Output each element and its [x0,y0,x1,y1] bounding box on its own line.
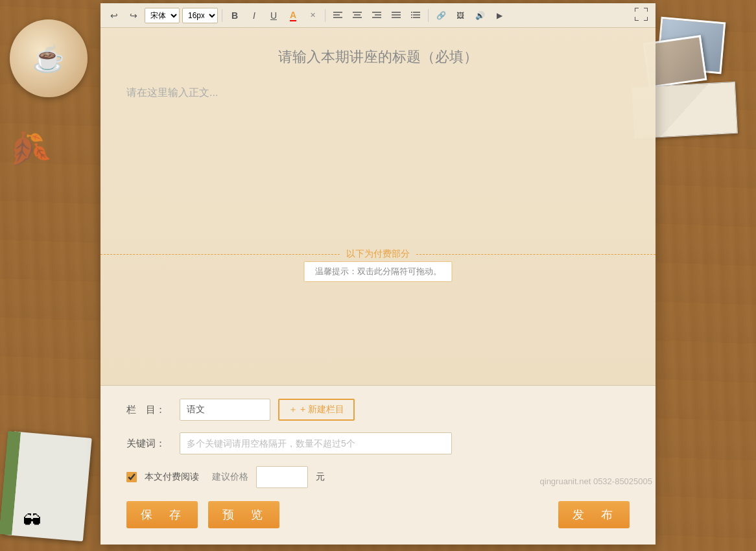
audio-icon: 🔊 [475,11,485,20]
body-placeholder: 请在这里输入正文... [126,86,630,100]
font-color-icon: A [290,10,296,21]
toolbar: ↩ ↪ 宋体 16px B I U A ✕ [100,3,656,28]
add-category-label: + 新建栏目 [300,404,344,416]
underline-button[interactable]: U [265,7,282,24]
image-button[interactable]: 🖼 [452,7,469,24]
paid-divider: 以下为付费部分 [100,248,656,260]
preview-button[interactable]: 预 览 [208,501,279,528]
title-placeholder: 请输入本期讲座的标题（必填） [278,49,478,65]
link-icon: 🔗 [436,11,446,20]
bold-icon: B [231,10,238,21]
video-button[interactable]: ▶ [491,7,508,24]
paid-line-right [416,254,656,255]
undo-button[interactable]: ↩ [106,7,123,24]
fullscreen-button[interactable] [632,6,650,25]
redo-button[interactable]: ↪ [125,7,142,24]
svg-point-17 [411,17,412,18]
toolbar-divider-3 [428,9,429,22]
publish-button[interactable]: 发 布 [558,501,630,528]
justify-icon [392,10,401,21]
align-center-icon [353,10,362,21]
align-left-icon [333,10,342,21]
link-button[interactable]: 🔗 [432,7,449,24]
glasses-icon: 🕶 [23,510,41,532]
align-right-icon [372,10,381,21]
clear-format-button[interactable]: ✕ [304,7,321,24]
category-label: 栏 目： [126,404,172,416]
recommended-price-label: 建议价格 [212,471,248,483]
italic-icon: I [253,10,255,21]
fullscreen-icon [635,8,648,23]
paid-checkbox-label: 本文付费阅读 [145,471,199,483]
svg-point-16 [411,14,412,16]
italic-button[interactable]: I [246,7,263,24]
keywords-input[interactable] [180,432,452,454]
title-input[interactable]: 请输入本期讲座的标题（必填） [126,47,630,67]
svg-point-15 [411,12,412,13]
align-right-button[interactable] [368,7,385,24]
image-icon: 🖼 [456,11,464,20]
action-buttons-row: 保 存 预 览 发 布 [126,501,630,528]
save-button[interactable]: 保 存 [126,501,198,528]
category-row: 栏 目： ＋ + 新建栏目 [126,399,630,421]
bold-button[interactable]: B [226,7,243,24]
editor-content-area[interactable]: ◀ 请输入本期讲座的标题（必填） 请在这里输入正文... 以下为付费部分 温馨提… [100,28,656,385]
price-input[interactable] [256,466,308,488]
list-icon [411,10,420,21]
paid-label: 以下为付费部分 [346,248,410,260]
clear-format-icon: ✕ [310,11,316,19]
align-left-button[interactable] [329,7,346,24]
notebook [0,431,92,542]
toolbar-divider-1 [222,9,222,22]
redo-icon: ↪ [130,10,137,21]
category-input[interactable] [180,399,270,421]
keywords-row: 关键词： [126,432,630,454]
font-size-select[interactable]: 16px [182,8,218,23]
undo-icon: ↩ [110,10,118,21]
coffee-icon: ☕ [32,43,65,74]
justify-button[interactable] [388,7,405,24]
paid-hint-tooltip[interactable]: 温馨提示：双击此分隔符可拖动。 [304,261,453,282]
deco-notebook: 🕶 [3,434,100,538]
align-center-button[interactable] [349,7,366,24]
paid-line-left [100,254,340,255]
list-button[interactable] [407,7,424,24]
plus-icon: ＋ [289,404,298,416]
keywords-label: 关键词： [126,438,172,450]
audio-button[interactable]: 🔊 [471,7,488,24]
toolbar-divider-2 [325,9,325,22]
deco-coffee-circle: ☕ [10,19,88,97]
form-area: 栏 目： ＋ + 新建栏目 关键词： 本文付费阅读 建议价格 元 保 存 [100,385,656,545]
underline-icon: U [270,10,277,21]
font-color-button[interactable]: A [285,7,301,24]
paid-checkbox[interactable] [126,472,137,482]
editor-container: ↩ ↪ 宋体 16px B I U A ✕ [100,3,656,545]
yuan-label: 元 [316,471,325,483]
watermark: qingruanit.net 0532-85025005 [540,476,652,486]
video-icon: ▶ [497,11,502,20]
font-family-select[interactable]: 宋体 [145,8,180,23]
add-category-button[interactable]: ＋ + 新建栏目 [278,399,355,421]
